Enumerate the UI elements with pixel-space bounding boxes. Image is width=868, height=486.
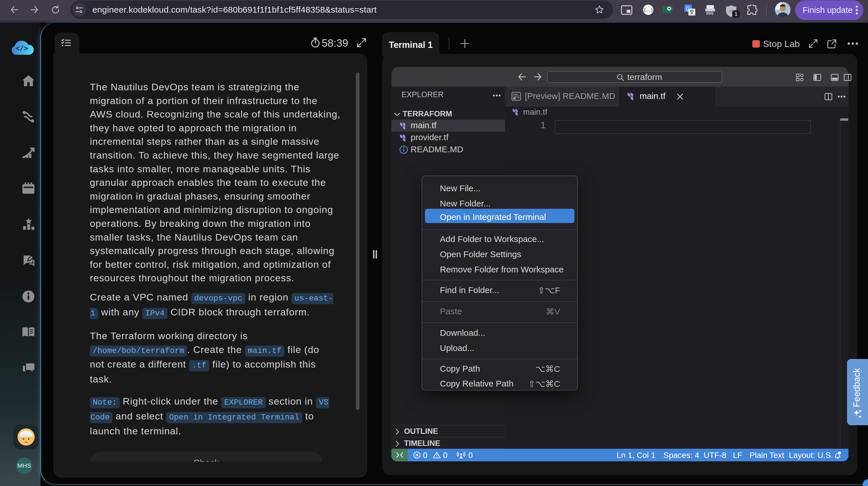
svg-text:{..}: {..} [643, 8, 653, 12]
svg-text:</>: </> [16, 45, 28, 53]
svg-text:1: 1 [735, 11, 738, 17]
